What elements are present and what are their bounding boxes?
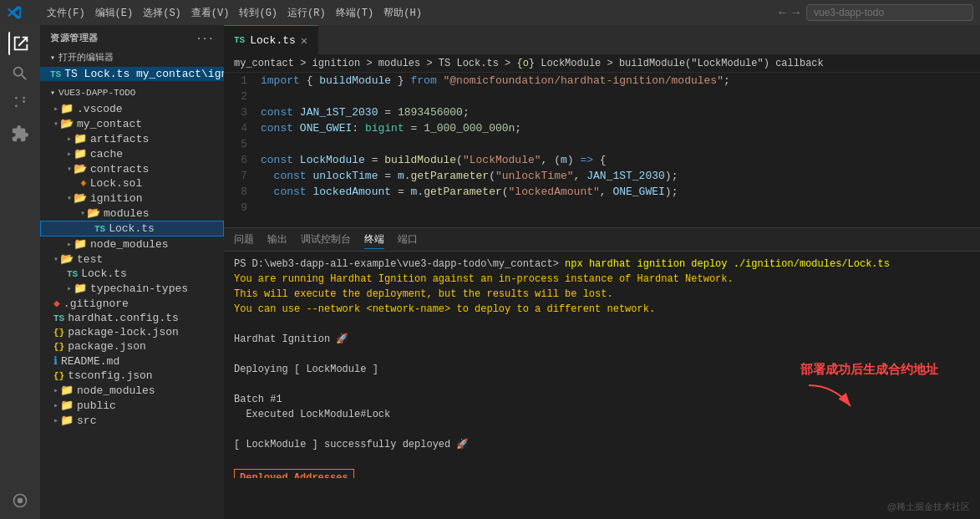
panel-tab-terminal[interactable]: 终端 <box>364 231 384 249</box>
tree-ignition[interactable]: ▾ 📂 ignition <box>40 191 224 206</box>
tree-node-modules2[interactable]: ▸ 📁 node_modules <box>40 383 224 398</box>
editor-panel-wrapper: TS Lock.ts ✕ my_contact > ignition > mod… <box>224 25 980 519</box>
menu-goto[interactable]: 转到(G) <box>239 6 277 20</box>
panel-tab-debug[interactable]: 调试控制台 <box>301 231 351 248</box>
terminal-blank-3 <box>234 377 970 392</box>
panel-area: 问题 输出 调试控制台 终端 端口 PS D:\web3-dapp-all-ex… <box>224 227 980 478</box>
tree-tsconfig[interactable]: {} tsconfig.json <box>40 369 224 383</box>
terminal-blank-1 <box>234 317 970 332</box>
activity-remote[interactable] <box>8 489 32 512</box>
terminal-executed: Executed LockModule#Lock <box>234 407 970 422</box>
terminal-deploying: Deploying [ LockModule ] <box>234 362 970 377</box>
tree-lock-sol[interactable]: ♦ Lock.sol <box>40 176 224 191</box>
menu-terminal[interactable]: 终端(T) <box>336 6 374 20</box>
tab-label: Lock.ts <box>250 34 296 47</box>
sidebar-header: 资源管理器 ··· <box>40 25 224 48</box>
tree-readme[interactable]: ℹ README.md <box>40 354 224 369</box>
tree-src[interactable]: ▸ 📁 src <box>40 413 224 428</box>
tab-bar: TS Lock.ts ✕ <box>224 25 980 54</box>
tab-close-btn[interactable]: ✕ <box>301 33 307 48</box>
sidebar: 资源管理器 ··· 打开的编辑器 TS TS Lock.ts my_contac… <box>40 25 224 519</box>
watermark: @稀土掘金技术社区 <box>887 499 970 514</box>
breadcrumb: my_contact > ignition > modules > TS Loc… <box>224 54 980 73</box>
tree-artifacts[interactable]: ▸ 📁 artifacts <box>40 131 224 146</box>
terminal-deployed-box: Deployed Addresses <box>234 467 970 478</box>
tree-modules[interactable]: ▾ 📂 modules <box>40 206 224 221</box>
sidebar-more-btn[interactable]: ··· <box>196 33 214 43</box>
tree-typechain[interactable]: ▸ 📁 typechain-types <box>40 281 224 296</box>
line-numbers: 1 2 3 4 5 6 7 8 9 <box>224 73 257 227</box>
menu-help[interactable]: 帮助(H) <box>383 6 422 20</box>
svg-point-0 <box>18 498 23 504</box>
activity-bar-bottom <box>8 489 32 519</box>
deployed-addresses-badge: Deployed Addresses <box>234 469 354 478</box>
panel-tab-problems[interactable]: 问题 <box>234 231 254 248</box>
terminal-line-2: You are running Hardhat Ignition against… <box>234 272 970 287</box>
terminal-blank-2 <box>234 347 970 362</box>
tree-public[interactable]: ▸ 📁 public <box>40 398 224 413</box>
terminal-blank-5 <box>234 452 970 467</box>
activity-source-control[interactable] <box>8 92 32 115</box>
menu-select[interactable]: 选择(S) <box>143 6 181 20</box>
breadcrumb-text: my_contact > ignition > modules > TS Loc… <box>234 58 824 69</box>
code-editor[interactable]: 1 2 3 4 5 6 7 8 9 import { buildModule }… <box>224 73 980 227</box>
tree-lock-ts2[interactable]: TS Lock.ts <box>40 267 224 281</box>
activity-search[interactable] <box>8 62 32 85</box>
activity-bar <box>0 25 40 519</box>
tree-hardhat-config[interactable]: TS hardhat.config.ts <box>40 311 224 325</box>
open-editor-lockts[interactable]: TS TS Lock.ts my_contact\ignition\module… <box>40 67 224 81</box>
sidebar-root[interactable]: VUE3-DAPP-TODO <box>40 84 224 101</box>
ts-file-icon: TS <box>234 35 245 45</box>
tree-pkg-lock[interactable]: {} package-lock.json <box>40 325 224 339</box>
tree-my-contact[interactable]: ▾ 📂 my_contact <box>40 116 224 131</box>
panel-tab-output[interactable]: 输出 <box>267 231 287 248</box>
tree-node-modules[interactable]: ▸ 📁 node_modules <box>40 237 224 252</box>
tree-cache[interactable]: ▸ 📁 cache <box>40 146 224 161</box>
title-search-input[interactable] <box>806 4 973 21</box>
terminal-line-3: This will execute the deployment, but th… <box>234 287 970 302</box>
vscode-icon <box>7 5 22 20</box>
titlebar-menus: 文件(F) 编辑(E) 选择(S) 查看(V) 转到(G) 运行(R) 终端(T… <box>47 6 422 20</box>
tree-contracts[interactable]: ▾ 📂 contracts <box>40 161 224 176</box>
sidebar-open-editors[interactable]: 打开的编辑器 <box>40 48 224 67</box>
terminal-line-1: PS D:\web3-dapp-all-example\vue3-dapp-to… <box>234 257 970 272</box>
tree-vscode[interactable]: ▸ 📁 .vscode <box>40 101 224 116</box>
terminal-batch: Batch #1 <box>234 392 970 407</box>
titlebar: 文件(F) 编辑(E) 选择(S) 查看(V) 转到(G) 运行(R) 终端(T… <box>0 0 980 25</box>
menu-view[interactable]: 查看(V) <box>191 6 230 20</box>
activity-extensions[interactable] <box>8 122 32 145</box>
terminal-line-4: You can use --network <network-name> to … <box>234 302 970 317</box>
menu-run[interactable]: 运行(R) <box>287 6 326 20</box>
activity-explorer[interactable] <box>8 32 32 55</box>
tree-gitignore[interactable]: ◆ .gitignore <box>40 296 224 311</box>
panel-tabs: 问题 输出 调试控制台 终端 端口 <box>224 228 980 252</box>
tree-test[interactable]: ▾ 📂 test <box>40 252 224 267</box>
terminal-content[interactable]: PS D:\web3-dapp-all-example\vue3-dapp-to… <box>224 252 980 478</box>
terminal-success: [ LockModule ] successfully deployed 🚀 <box>234 437 970 452</box>
tree-lock-ts-active[interactable]: TS Lock.ts <box>40 221 224 237</box>
panel-tab-ports[interactable]: 端口 <box>398 231 418 248</box>
terminal-blank-4 <box>234 422 970 437</box>
menu-file[interactable]: 文件(F) <box>47 6 85 20</box>
tree-pkg-json[interactable]: {} package.json <box>40 339 224 354</box>
tab-lock-ts[interactable]: TS Lock.ts ✕ <box>224 25 318 54</box>
code-content: import { buildModule } from "@nomicfound… <box>257 73 980 227</box>
main-layout: 资源管理器 ··· 打开的编辑器 TS TS Lock.ts my_contac… <box>0 25 980 519</box>
terminal-hardhat-ignition: Hardhat Ignition 🚀 <box>234 332 970 347</box>
menu-edit[interactable]: 编辑(E) <box>95 6 134 20</box>
